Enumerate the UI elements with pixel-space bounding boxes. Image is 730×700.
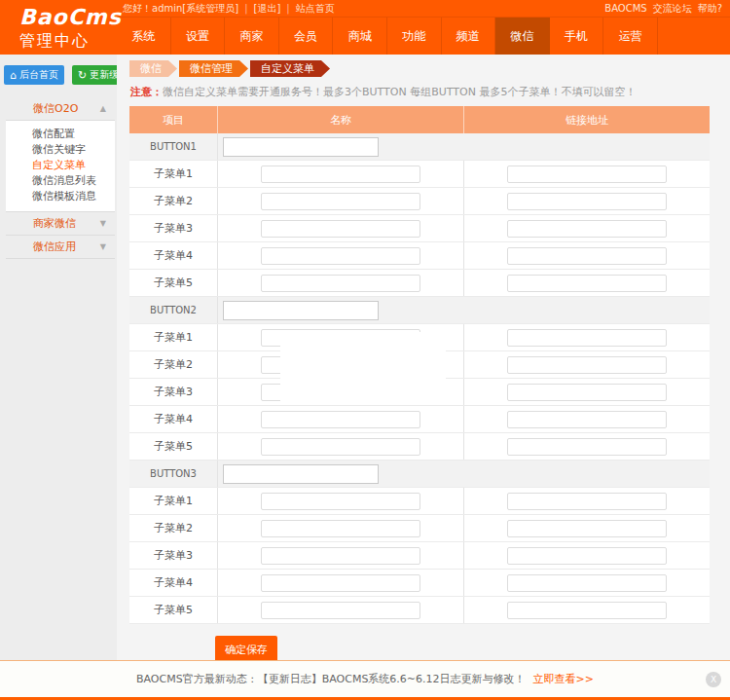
button3-sub2-link-input[interactable] (507, 520, 667, 537)
button1-sub2-link-input[interactable] (507, 193, 667, 210)
button1-sub1-name-input[interactable] (261, 166, 420, 183)
button1-sub1-link-input[interactable] (507, 166, 667, 183)
admin-page: BaoCms 管理中心 您好！admin[系统管理员] | [退出] | 站点首… (0, 0, 730, 700)
logout-link[interactable]: [退出] (254, 2, 281, 16)
button1-sub3-name-input[interactable] (261, 220, 420, 238)
sidebar-group-1[interactable]: 微信O2O▲ (6, 97, 115, 121)
chevron-down-icon: ▼ (100, 236, 106, 258)
button1-sub4-link-input[interactable] (507, 247, 667, 265)
nav-tab-5[interactable]: 商城 (333, 18, 387, 55)
sub-menu-link-cell (463, 406, 710, 432)
nav-tab-8[interactable]: 微信 (495, 18, 550, 55)
sidebar-buttons: ⌂ 后台首页 ↻ 更新缓存 (0, 55, 117, 93)
button3-sub5-name-input[interactable] (261, 602, 420, 619)
button3-sub4-link-input[interactable] (507, 574, 667, 592)
nav-tab-9[interactable]: 手机 (550, 18, 604, 55)
button3-sub5-link-input[interactable] (507, 602, 667, 619)
sidebar-menu: 微信O2O▲微信配置微信关键字自定义菜单微信消息列表微信模板消息商家微信▼微信应… (6, 97, 115, 259)
button1-name-input[interactable] (223, 137, 379, 157)
view-now-link[interactable]: 立即查看>> (533, 672, 594, 686)
sidebar-item[interactable]: 微信消息列表 (6, 173, 115, 189)
sidebar-item[interactable]: 自定义菜单 (6, 158, 115, 173)
close-icon[interactable]: X (706, 672, 721, 687)
nav-tab-4[interactable]: 会员 (279, 18, 334, 55)
button2-sub1-link-input[interactable] (507, 329, 667, 347)
button3-sub3-name-input[interactable] (261, 547, 420, 565)
button1-sub2-name-input[interactable] (261, 193, 420, 210)
site-home-link[interactable]: 站点首页 (296, 2, 335, 16)
button3-sub4-name-input[interactable] (261, 574, 420, 592)
nav-tab-2[interactable]: 设置 (171, 18, 226, 55)
button-row-label: BUTTON1 (129, 141, 217, 152)
logo: BaoCms 管理中心 (0, 0, 117, 55)
sidebar-group-3[interactable]: 微信应用▼ (6, 236, 115, 259)
sub-menu-name-cell (217, 433, 463, 460)
table-header-cell: 项目 (129, 113, 217, 128)
sub-menu-name-cell (217, 570, 463, 596)
button2-sub5-link-input[interactable] (507, 438, 667, 456)
button1-sub3-link-input[interactable] (507, 220, 667, 238)
button3-sub1-name-input[interactable] (261, 493, 420, 510)
refresh-icon: ↻ (78, 70, 87, 81)
button3-name-input[interactable] (223, 464, 379, 484)
button2-sub5-name-input[interactable] (261, 438, 420, 456)
header-right: 您好！admin[系统管理员] | [退出] | 站点首页 BAOCMS 交流论… (117, 0, 730, 55)
sub-menu-label: 子菜单3 (129, 221, 217, 236)
nav-tab-7[interactable]: 频道 (442, 18, 496, 55)
backend-home-button[interactable]: ⌂ 后台首页 (4, 65, 64, 85)
nav-tab-10[interactable]: 运营 (603, 18, 658, 55)
button2-name-input[interactable] (223, 301, 379, 320)
button2-sub4-name-input[interactable] (261, 411, 420, 428)
main-nav: 系统设置商家会员商城功能频道微信手机运营 (117, 18, 730, 55)
sidebar-item[interactable]: 微信关键字 (6, 142, 115, 158)
baocms-link[interactable]: BAOCMS (604, 3, 646, 14)
button3-sub2-name-input[interactable] (261, 520, 420, 537)
notice-text: 注意：微信自定义菜单需要开通服务号！最多3个BUTTON 每组BUTTON 最多… (130, 85, 730, 99)
sub-menu-name-cell (217, 215, 463, 241)
save-button[interactable]: 确定保存 (215, 636, 277, 663)
table-row: 子菜单5 (129, 270, 710, 297)
button3-sub1-link-input[interactable] (507, 493, 667, 510)
button1-sub5-name-input[interactable] (261, 275, 420, 292)
button3-sub3-link-input[interactable] (507, 547, 667, 565)
sidebar-group-2[interactable]: 商家微信▼ (6, 212, 115, 236)
top-strip: 您好！admin[系统管理员] | [退出] | 站点首页 BAOCMS 交流论… (117, 0, 730, 18)
help-link[interactable]: 帮助? (698, 2, 722, 16)
table-row: 子菜单5 (129, 433, 710, 461)
button-name-cell (217, 297, 710, 323)
nav-tab-3[interactable]: 商家 (225, 18, 279, 55)
forum-link[interactable]: 交流论坛 (653, 2, 692, 16)
button2-sub3-link-input[interactable] (507, 384, 667, 401)
button1-sub4-name-input[interactable] (261, 247, 420, 265)
sub-menu-label: 子菜单4 (129, 575, 217, 590)
sidebar: ⌂ 后台首页 ↻ 更新缓存 微信O2O▲微信配置微信关键字自定义菜单微信消息列表… (0, 55, 117, 660)
sub-menu-link-cell (463, 570, 710, 596)
button2-sub4-link-input[interactable] (507, 411, 667, 428)
breadcrumb-step-1[interactable]: 微信 (129, 60, 177, 77)
table-row: 子菜单4 (129, 406, 710, 433)
button1-sub5-link-input[interactable] (507, 275, 667, 292)
sub-menu-name-cell (217, 542, 463, 569)
separator: | (286, 3, 289, 14)
table-row: 子菜单3 (129, 542, 710, 570)
sub-menu-name-cell (217, 488, 463, 514)
sub-menu-link-cell (463, 542, 710, 569)
button2-sub2-link-input[interactable] (507, 356, 667, 374)
footer-notice-text: BAOCMS官方最新动态：【更新日志】BAOCMS系统6.6~6.12日志更新与… (136, 672, 526, 686)
sidebar-group-items: 微信配置微信关键字自定义菜单微信消息列表微信模板消息 (6, 121, 115, 212)
breadcrumb-step-3[interactable]: 自定义菜单 (250, 60, 330, 77)
table-row: 子菜单2 (129, 515, 710, 542)
sub-menu-link-cell (463, 324, 710, 350)
nav-tab-6[interactable]: 功能 (387, 18, 442, 55)
sub-menu-label: 子菜单5 (129, 603, 217, 617)
sidebar-item[interactable]: 微信模板消息 (6, 189, 115, 204)
breadcrumb-step-2[interactable]: 微信管理 (179, 60, 248, 77)
nav-tab-1[interactable]: 系统 (117, 18, 171, 55)
sidebar-item[interactable]: 微信配置 (6, 127, 115, 142)
sub-menu-label: 子菜单1 (129, 166, 217, 181)
button-row-label: BUTTON2 (129, 305, 217, 315)
separator: | (244, 3, 247, 14)
sub-menu-link-cell (463, 351, 710, 378)
sub-menu-link-cell (463, 188, 710, 214)
welcome-text: 您好！admin[系统管理员] (123, 2, 238, 16)
